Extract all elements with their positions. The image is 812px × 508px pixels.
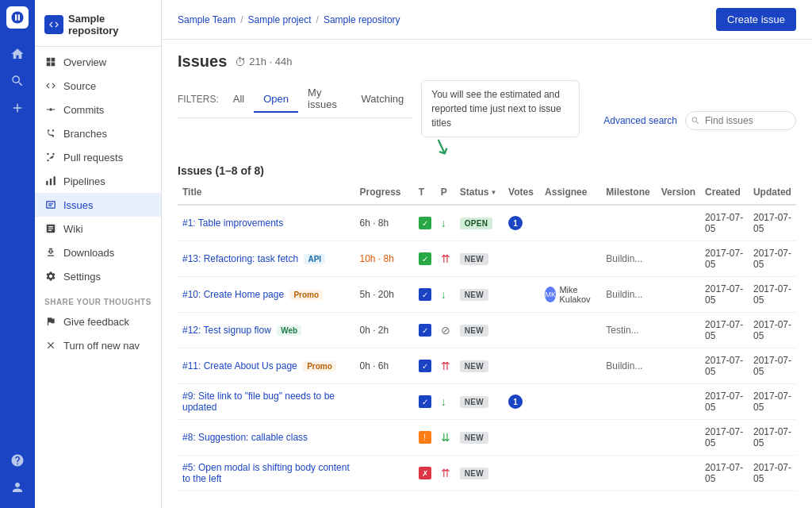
wiki-label: Wiki xyxy=(63,223,83,235)
filters-area: FILTERS: All Open My issues Watching You… xyxy=(178,80,796,158)
issue-t-cell: ✓ xyxy=(414,384,436,420)
issue-t-cell: ✓ xyxy=(414,277,436,313)
filter-tab-watching[interactable]: Watching xyxy=(352,87,414,113)
breadcrumb-repo[interactable]: Sample repository xyxy=(324,14,400,25)
flag-icon xyxy=(44,315,57,328)
progress-time: 5h · 20h xyxy=(359,289,393,300)
vote-badge: 1 xyxy=(508,394,523,409)
col-t: T xyxy=(414,180,436,205)
filter-tab-all[interactable]: All xyxy=(224,87,254,113)
issue-link[interactable]: #10: Create Home page xyxy=(182,289,284,300)
repo-header: Sample repository xyxy=(35,6,161,47)
issues-label: Issues xyxy=(63,199,94,211)
svg-rect-0 xyxy=(13,13,22,22)
status-sort[interactable]: Status ▼ xyxy=(460,187,499,198)
sidebar-item-overview[interactable]: Overview xyxy=(35,50,161,74)
app-logo[interactable] xyxy=(6,6,29,29)
issue-title-cell: #13: Refactoring: task fetch API xyxy=(178,241,354,277)
sidebar-item-pipelines[interactable]: Pipelines xyxy=(35,169,161,193)
issue-link[interactable]: #13: Refactoring: task fetch xyxy=(182,253,298,264)
table-row: #9: Site link to "file bug" needs to be … xyxy=(178,384,796,420)
issues-tbody: #1: Table improvements 6h · 8h ✓ ↓ OPEN … xyxy=(178,205,796,491)
search-icon-input xyxy=(691,116,700,125)
status-badge: NEW xyxy=(460,289,488,301)
branches-icon xyxy=(44,127,57,140)
issue-assignee-cell xyxy=(540,420,601,456)
issue-p-cell: ↓ xyxy=(436,277,455,313)
breadcrumb-team[interactable]: Sample Team xyxy=(178,14,236,25)
time-value: 21h · 44h xyxy=(249,56,292,67)
breadcrumb-project[interactable]: Sample project xyxy=(248,14,312,25)
home-icon[interactable] xyxy=(5,41,30,67)
filter-tab-my-issues[interactable]: My issues xyxy=(298,80,351,118)
sidebar-item-feedback[interactable]: Give feedback xyxy=(35,310,161,333)
col-created: Created xyxy=(700,180,749,205)
issue-progress-cell xyxy=(354,420,413,456)
issue-status-cell: NEW xyxy=(455,277,504,313)
issue-assignee-cell xyxy=(540,205,601,241)
advanced-search-link[interactable]: Advanced search xyxy=(603,115,677,126)
issue-milestone-cell: Buildin... xyxy=(601,277,656,313)
sidebar-item-commits[interactable]: Commits xyxy=(35,98,161,121)
search-icon[interactable] xyxy=(5,68,30,94)
issue-progress-cell: 0h · 6h xyxy=(354,348,413,384)
progress-time: 0h · 2h xyxy=(359,325,389,336)
commits-icon xyxy=(44,103,57,116)
progress-time: 0h · 6h xyxy=(359,360,389,371)
col-milestone: Milestone xyxy=(601,180,656,205)
sidebar-item-branches[interactable]: Branches xyxy=(35,121,161,145)
create-issue-button[interactable]: Create issue xyxy=(716,8,796,31)
issue-created-cell: 2017-07-05 xyxy=(700,205,749,241)
sidebar-item-downloads[interactable]: Downloads xyxy=(35,241,161,264)
main-header: Sample Team / Sample project / Sample re… xyxy=(162,0,812,40)
issues-icon xyxy=(44,198,57,211)
nav-panel: Sample repository Overview Source Commit… xyxy=(35,0,162,508)
sidebar-item-pull-requests[interactable]: Pull requests xyxy=(35,145,161,169)
sidebar-item-turn-off-nav[interactable]: Turn off new nav xyxy=(35,333,161,357)
user-icon[interactable] xyxy=(5,475,30,500)
t-icon-blue: ✓ xyxy=(419,324,431,337)
issue-version-cell xyxy=(657,241,700,277)
issue-badge: Web xyxy=(277,325,301,336)
issue-version-cell xyxy=(657,456,700,491)
filter-tab-open[interactable]: Open xyxy=(254,87,298,113)
issue-status-cell: NEW xyxy=(455,384,504,420)
issue-assignee-cell xyxy=(540,313,601,348)
issue-link[interactable]: #12: Test signup flow xyxy=(182,325,271,336)
issue-link[interactable]: #11: Create About Us page xyxy=(182,360,297,371)
col-status: Status ▼ xyxy=(455,180,504,205)
plus-icon[interactable] xyxy=(5,95,30,121)
issue-version-cell xyxy=(657,313,700,348)
issue-progress-cell xyxy=(354,456,413,491)
issues-count: Issues (1–8 of 8) xyxy=(178,164,796,177)
issue-created-cell: 2017-07-05 xyxy=(700,348,749,384)
sidebar-item-settings[interactable]: Settings xyxy=(35,264,161,288)
status-badge: NEW xyxy=(460,360,488,372)
issue-assignee-cell xyxy=(540,348,601,384)
issue-p-cell: ⇈ xyxy=(436,241,455,277)
issue-votes-cell xyxy=(504,241,540,277)
issue-status-cell: NEW xyxy=(455,456,504,491)
table-row: #8: Suggestion: callable class ! ⇊ NEW 2… xyxy=(178,420,796,456)
issue-progress-cell: 10h · 8h xyxy=(354,241,413,277)
sidebar-item-wiki[interactable]: Wiki xyxy=(35,217,161,241)
assignee-cell: MK Mike Kulakov xyxy=(545,285,596,304)
issue-link[interactable]: #9: Site link to "file bug" needs to be … xyxy=(182,391,335,413)
status-badge: NEW xyxy=(460,253,488,265)
issue-milestone-cell xyxy=(601,420,656,456)
issue-votes-cell: 1 xyxy=(504,205,540,241)
issue-updated-cell: 2017-07-05 xyxy=(749,241,796,277)
issue-link[interactable]: #8: Suggestion: callable class xyxy=(182,432,308,443)
issue-votes-cell xyxy=(504,277,540,313)
sidebar-item-issues[interactable]: Issues xyxy=(35,193,161,217)
p-down-icon: ↓ xyxy=(441,395,446,408)
search-area: Advanced search xyxy=(603,111,796,130)
issue-link[interactable]: #5: Open modal is shifting body content … xyxy=(182,462,350,484)
help-icon[interactable] xyxy=(5,448,30,473)
sidebar-item-source[interactable]: Source xyxy=(35,74,161,98)
downloads-label: Downloads xyxy=(63,247,114,259)
issues-time: ⏱ 21h · 44h xyxy=(235,56,292,68)
search-input[interactable] xyxy=(685,111,796,130)
table-row: #5: Open modal is shifting body content … xyxy=(178,456,796,491)
issue-link[interactable]: #1: Table improvements xyxy=(182,217,283,229)
